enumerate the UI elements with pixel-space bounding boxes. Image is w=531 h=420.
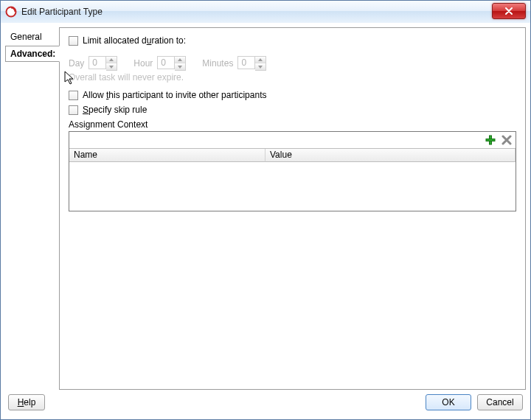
chevron-up-icon bbox=[258, 58, 263, 61]
window-title: Edit Participant Type bbox=[21, 7, 103, 17]
ok-button[interactable]: OK bbox=[426, 394, 471, 410]
chevron-down-icon bbox=[258, 66, 263, 69]
minutes-up[interactable] bbox=[255, 57, 266, 63]
day-input[interactable] bbox=[88, 56, 106, 69]
footer-right: OK Cancel bbox=[426, 394, 523, 410]
tab-strip: General Advanced: bbox=[5, 27, 60, 390]
day-down[interactable] bbox=[106, 63, 117, 70]
duration-spinners: Day Hour bbox=[69, 56, 516, 71]
table-body[interactable] bbox=[69, 162, 516, 211]
limit-duration-label: Limit allocated duration to: bbox=[83, 35, 186, 46]
allow-invite-label: Allow this participant to invite other p… bbox=[83, 90, 266, 100]
skip-rule-row: Specify skip rule bbox=[69, 105, 516, 115]
add-button[interactable] bbox=[485, 134, 496, 146]
minutes-input[interactable] bbox=[237, 56, 255, 69]
hour-spin-buttons[interactable] bbox=[175, 56, 186, 71]
assignment-context-label: Assignment Context bbox=[69, 119, 516, 130]
context-toolbar bbox=[69, 132, 516, 148]
limit-duration-row: Limit allocated duration to: bbox=[69, 35, 516, 46]
main-area: General Advanced: Limit allocated durati… bbox=[5, 27, 526, 390]
advanced-panel: Limit allocated duration to: Day Hour bbox=[59, 27, 526, 390]
skip-rule-checkbox[interactable] bbox=[69, 105, 78, 115]
day-spinner[interactable] bbox=[88, 56, 117, 71]
context-table: Name Value bbox=[69, 148, 516, 211]
limit-duration-checkbox[interactable] bbox=[69, 36, 78, 46]
col-name[interactable]: Name bbox=[69, 149, 266, 162]
close-icon bbox=[504, 7, 513, 15]
close-button[interactable] bbox=[492, 3, 526, 19]
chevron-down-icon bbox=[109, 66, 114, 69]
hour-label: Hour bbox=[133, 58, 153, 69]
cancel-button[interactable]: Cancel bbox=[477, 394, 523, 410]
svg-rect-2 bbox=[486, 139, 495, 141]
footer: Help OK Cancel bbox=[5, 390, 526, 415]
hour-down[interactable] bbox=[175, 63, 185, 70]
client-area: General Advanced: Limit allocated durati… bbox=[1, 23, 530, 419]
chevron-up-icon bbox=[178, 58, 182, 61]
day-spin-buttons[interactable] bbox=[106, 56, 117, 71]
minutes-spinner[interactable] bbox=[237, 56, 266, 71]
hour-up[interactable] bbox=[175, 57, 185, 63]
skip-rule-label: Specify skip rule bbox=[83, 105, 147, 115]
minutes-down[interactable] bbox=[255, 63, 266, 70]
titlebar: Edit Participant Type bbox=[1, 1, 530, 23]
allow-invite-checkbox[interactable] bbox=[69, 91, 78, 100]
chevron-up-icon bbox=[109, 58, 114, 61]
assignment-context-box: Name Value bbox=[69, 131, 516, 211]
hour-spinner[interactable] bbox=[157, 56, 186, 71]
dialog-window: Edit Participant Type General Advanced: … bbox=[0, 0, 531, 420]
remove-button[interactable] bbox=[501, 134, 513, 146]
minutes-spin-buttons[interactable] bbox=[255, 56, 266, 71]
table-header: Name Value bbox=[69, 149, 516, 162]
tab-advanced[interactable]: Advanced: bbox=[5, 46, 60, 62]
day-up[interactable] bbox=[106, 57, 117, 63]
chevron-down-icon bbox=[178, 66, 182, 69]
x-icon bbox=[502, 135, 512, 145]
day-label: Day bbox=[69, 58, 84, 69]
help-button[interactable]: Help bbox=[8, 394, 45, 410]
allow-invite-row: Allow this participant to invite other p… bbox=[69, 90, 516, 100]
app-icon bbox=[5, 6, 17, 18]
plus-icon bbox=[485, 135, 496, 145]
col-value[interactable]: Value bbox=[266, 149, 516, 162]
tab-general[interactable]: General bbox=[5, 29, 60, 45]
minutes-label: Minutes bbox=[202, 58, 233, 69]
hour-input[interactable] bbox=[157, 56, 175, 69]
expire-hint: Overall task will never expire. bbox=[69, 72, 516, 83]
